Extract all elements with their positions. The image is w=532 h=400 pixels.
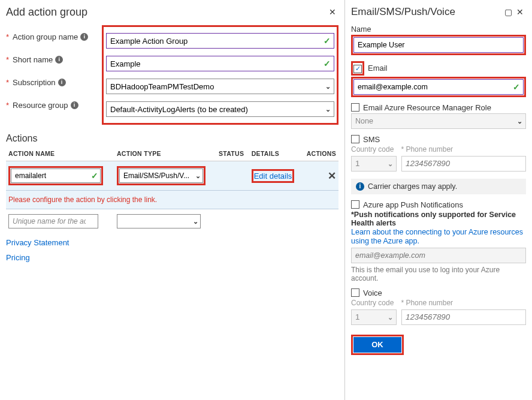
push-email-input [351,248,526,263]
arm-role-label: Email Azure Resource Manager Role [363,103,491,112]
email-checkbox[interactable]: ✓ [353,65,362,73]
info-icon[interactable]: i [55,56,63,64]
subscription-select[interactable] [106,79,334,94]
arm-role-select [351,113,526,129]
col-details: DETAILS [249,145,301,161]
chevron-down-icon: ⌄ [388,160,393,167]
chevron-down-icon: ⌄ [325,106,331,113]
carrier-note-text: Carrier charges may apply. [368,182,457,191]
push-note: *Push notifications only supported for S… [351,210,526,227]
carrier-note-bar: i Carrier charges may apply. [351,179,526,194]
actions-section-title: Actions [6,133,338,144]
highlight-email-checkbox: ✓ [351,61,364,76]
highlight-ok-button: OK [351,335,404,355]
action-type-select[interactable] [119,169,203,183]
highlight-action-type: ⌄ [117,166,205,185]
close-icon[interactable]: ✕ [514,7,526,17]
col-action-name: ACTION NAME [6,145,114,161]
col-action-type: ACTION TYPE [114,145,216,161]
col-status: STATUS [216,145,249,161]
highlight-name-field [351,35,526,55]
label-action-group-name: Action group name [13,32,78,41]
sms-phone-label: Phone number [406,145,453,154]
required-marker: * [6,101,9,110]
check-icon: ✓ [324,36,331,46]
notification-details-pane: Email/SMS/Push/Voice ▢ ✕ Name ✓ Email ✓ … [345,0,532,400]
privacy-link[interactable]: Privacy Statement [6,238,69,247]
actions-table: ACTION NAME ACTION TYPE STATUS DETAILS A… [6,145,338,233]
edit-details-link[interactable]: Edit details [254,172,292,181]
check-icon: ✓ [91,171,98,181]
info-icon: i [356,182,364,191]
info-icon[interactable]: i [80,33,88,41]
label-resource-group: Resource group [13,101,68,110]
voice-cc-label: Country code [351,299,394,307]
ok-button[interactable]: OK [353,337,401,353]
required-marker: * [6,32,9,41]
sms-label: SMS [363,135,380,144]
close-icon[interactable]: ✕ [327,7,338,17]
label-subscription: Subscription [13,78,56,87]
push-checkbox[interactable] [351,200,359,209]
check-icon: ✓ [324,59,331,68]
voice-phone-label: Phone number [406,299,453,307]
chevron-down-icon: ⌄ [388,313,393,321]
sms-phone-input [401,156,526,172]
label-short-name: Short name [13,55,53,64]
chevron-down-icon: ⌄ [195,172,201,180]
push-hint: This is the email you use to log into yo… [351,266,526,282]
voice-label: Voice [363,288,382,297]
new-action-name-input[interactable] [8,214,98,228]
email-label: Email [368,64,388,73]
arm-role-checkbox[interactable] [351,103,359,112]
action-row: ✓ ⌄ Edit details [6,161,338,191]
highlight-edit-details: Edit details [252,169,295,183]
highlight-action-name: ✓ [8,166,103,185]
chevron-down-icon: ⌄ [193,218,198,225]
new-action-type-select[interactable] [117,214,201,228]
col-actions: ACTIONS [301,145,338,161]
right-pane-title: Email/SMS/Push/Voice [351,6,502,18]
email-input[interactable] [353,79,524,95]
restore-icon[interactable]: ▢ [502,7,514,17]
resource-group-select[interactable] [106,101,334,117]
left-pane-header: Add action group ✕ [6,4,338,20]
name-input[interactable] [353,37,524,53]
highlight-email-field: ✓ [351,77,526,97]
voice-checkbox[interactable] [351,288,359,297]
info-icon[interactable]: i [58,79,66,86]
push-learn-link[interactable]: Learn about the connecting to your Azure… [351,228,523,245]
check-icon: ✓ [513,82,520,92]
short-name-input[interactable] [106,56,334,71]
delete-action-icon[interactable]: ✕ [328,170,336,182]
action-name-input[interactable] [11,169,101,183]
sms-cc-label: Country code [351,145,394,154]
required-marker: * [6,78,9,87]
highlight-form-block: ✓ ✓ ⌄ ⌄ [102,25,338,125]
push-label: Azure app Push Notifications [363,200,463,209]
chevron-down-icon: ⌄ [517,117,522,125]
sms-checkbox[interactable] [351,135,359,143]
left-pane-title: Add action group [6,6,327,19]
right-pane-header: Email/SMS/Push/Voice ▢ ✕ [351,4,526,20]
name-label: Name [351,25,526,34]
pricing-link[interactable]: Pricing [6,253,30,262]
required-marker: * [6,55,9,64]
action-group-name-input[interactable] [106,33,334,49]
info-icon[interactable]: i [71,101,78,109]
voice-phone-input [401,309,526,325]
add-action-group-pane: Add action group ✕ *Action group name i … [0,0,345,400]
action-error-text: Please configure the action by clicking … [6,191,338,209]
new-action-row: ⌄ [6,209,338,234]
chevron-down-icon: ⌄ [325,83,331,91]
